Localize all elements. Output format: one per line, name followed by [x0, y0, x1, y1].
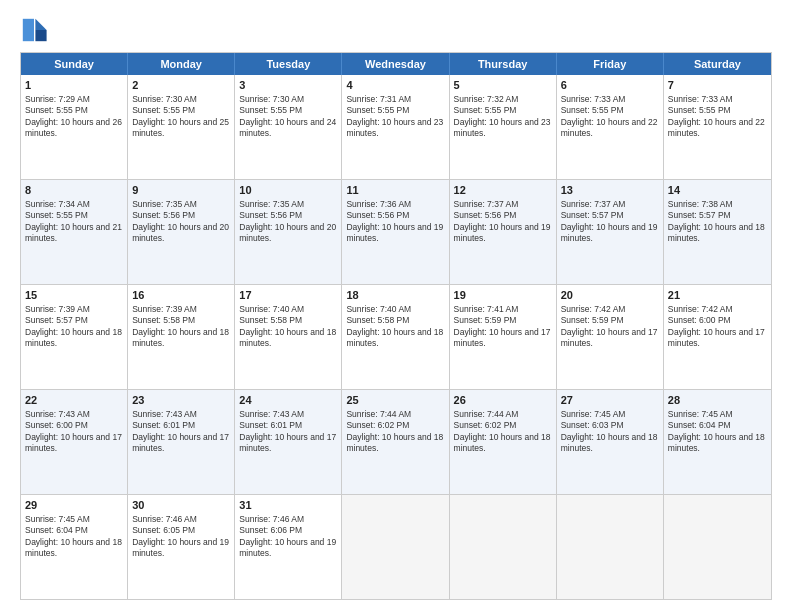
calendar-cell: 18Sunrise: 7:40 AM Sunset: 5:58 PM Dayli…: [342, 285, 449, 389]
calendar-week-3: 15Sunrise: 7:39 AM Sunset: 5:57 PM Dayli…: [21, 285, 771, 390]
calendar-week-2: 8Sunrise: 7:34 AM Sunset: 5:55 PM Daylig…: [21, 180, 771, 285]
svg-rect-2: [23, 19, 34, 41]
day-info: Sunrise: 7:46 AM Sunset: 6:06 PM Dayligh…: [239, 514, 337, 560]
calendar-cell: 4Sunrise: 7:31 AM Sunset: 5:55 PM Daylig…: [342, 75, 449, 179]
day-number: 11: [346, 183, 444, 198]
calendar-cell: 6Sunrise: 7:33 AM Sunset: 5:55 PM Daylig…: [557, 75, 664, 179]
day-info: Sunrise: 7:45 AM Sunset: 6:04 PM Dayligh…: [25, 514, 123, 560]
day-info: Sunrise: 7:29 AM Sunset: 5:55 PM Dayligh…: [25, 94, 123, 140]
calendar-cell: [664, 495, 771, 599]
calendar-cell: 23Sunrise: 7:43 AM Sunset: 6:01 PM Dayli…: [128, 390, 235, 494]
day-number: 28: [668, 393, 767, 408]
calendar-cell: 15Sunrise: 7:39 AM Sunset: 5:57 PM Dayli…: [21, 285, 128, 389]
calendar-cell: 1Sunrise: 7:29 AM Sunset: 5:55 PM Daylig…: [21, 75, 128, 179]
svg-marker-0: [35, 19, 46, 30]
logo-icon: [20, 16, 48, 44]
calendar-cell: 21Sunrise: 7:42 AM Sunset: 6:00 PM Dayli…: [664, 285, 771, 389]
day-number: 14: [668, 183, 767, 198]
day-number: 3: [239, 78, 337, 93]
day-number: 15: [25, 288, 123, 303]
day-info: Sunrise: 7:43 AM Sunset: 6:01 PM Dayligh…: [132, 409, 230, 455]
day-number: 6: [561, 78, 659, 93]
day-info: Sunrise: 7:44 AM Sunset: 6:02 PM Dayligh…: [346, 409, 444, 455]
svg-marker-1: [35, 30, 46, 41]
calendar-cell: 13Sunrise: 7:37 AM Sunset: 5:57 PM Dayli…: [557, 180, 664, 284]
calendar-cell: 30Sunrise: 7:46 AM Sunset: 6:05 PM Dayli…: [128, 495, 235, 599]
day-info: Sunrise: 7:41 AM Sunset: 5:59 PM Dayligh…: [454, 304, 552, 350]
calendar-cell: 8Sunrise: 7:34 AM Sunset: 5:55 PM Daylig…: [21, 180, 128, 284]
calendar-header: SundayMondayTuesdayWednesdayThursdayFrid…: [21, 53, 771, 75]
day-info: Sunrise: 7:43 AM Sunset: 6:01 PM Dayligh…: [239, 409, 337, 455]
calendar: SundayMondayTuesdayWednesdayThursdayFrid…: [20, 52, 772, 600]
calendar-cell: 24Sunrise: 7:43 AM Sunset: 6:01 PM Dayli…: [235, 390, 342, 494]
day-number: 8: [25, 183, 123, 198]
logo: [20, 16, 51, 44]
calendar-cell: 22Sunrise: 7:43 AM Sunset: 6:00 PM Dayli…: [21, 390, 128, 494]
calendar-cell: 2Sunrise: 7:30 AM Sunset: 5:55 PM Daylig…: [128, 75, 235, 179]
day-number: 7: [668, 78, 767, 93]
day-info: Sunrise: 7:37 AM Sunset: 5:56 PM Dayligh…: [454, 199, 552, 245]
day-info: Sunrise: 7:33 AM Sunset: 5:55 PM Dayligh…: [668, 94, 767, 140]
day-info: Sunrise: 7:45 AM Sunset: 6:04 PM Dayligh…: [668, 409, 767, 455]
calendar-body: 1Sunrise: 7:29 AM Sunset: 5:55 PM Daylig…: [21, 75, 771, 599]
day-number: 19: [454, 288, 552, 303]
calendar-cell: 29Sunrise: 7:45 AM Sunset: 6:04 PM Dayli…: [21, 495, 128, 599]
day-number: 9: [132, 183, 230, 198]
calendar-cell: 16Sunrise: 7:39 AM Sunset: 5:58 PM Dayli…: [128, 285, 235, 389]
day-info: Sunrise: 7:36 AM Sunset: 5:56 PM Dayligh…: [346, 199, 444, 245]
day-info: Sunrise: 7:34 AM Sunset: 5:55 PM Dayligh…: [25, 199, 123, 245]
day-info: Sunrise: 7:30 AM Sunset: 5:55 PM Dayligh…: [239, 94, 337, 140]
header-day-saturday: Saturday: [664, 53, 771, 75]
day-info: Sunrise: 7:33 AM Sunset: 5:55 PM Dayligh…: [561, 94, 659, 140]
header-day-friday: Friday: [557, 53, 664, 75]
calendar-cell: 31Sunrise: 7:46 AM Sunset: 6:06 PM Dayli…: [235, 495, 342, 599]
day-number: 29: [25, 498, 123, 513]
calendar-cell: 26Sunrise: 7:44 AM Sunset: 6:02 PM Dayli…: [450, 390, 557, 494]
day-number: 20: [561, 288, 659, 303]
day-number: 23: [132, 393, 230, 408]
calendar-cell: 14Sunrise: 7:38 AM Sunset: 5:57 PM Dayli…: [664, 180, 771, 284]
day-number: 5: [454, 78, 552, 93]
day-info: Sunrise: 7:42 AM Sunset: 5:59 PM Dayligh…: [561, 304, 659, 350]
calendar-week-4: 22Sunrise: 7:43 AM Sunset: 6:00 PM Dayli…: [21, 390, 771, 495]
day-number: 13: [561, 183, 659, 198]
day-info: Sunrise: 7:32 AM Sunset: 5:55 PM Dayligh…: [454, 94, 552, 140]
day-info: Sunrise: 7:45 AM Sunset: 6:03 PM Dayligh…: [561, 409, 659, 455]
day-info: Sunrise: 7:39 AM Sunset: 5:57 PM Dayligh…: [25, 304, 123, 350]
calendar-week-5: 29Sunrise: 7:45 AM Sunset: 6:04 PM Dayli…: [21, 495, 771, 599]
header-day-wednesday: Wednesday: [342, 53, 449, 75]
calendar-cell: 12Sunrise: 7:37 AM Sunset: 5:56 PM Dayli…: [450, 180, 557, 284]
day-info: Sunrise: 7:40 AM Sunset: 5:58 PM Dayligh…: [346, 304, 444, 350]
header: [20, 16, 772, 44]
day-number: 27: [561, 393, 659, 408]
day-number: 4: [346, 78, 444, 93]
day-info: Sunrise: 7:40 AM Sunset: 5:58 PM Dayligh…: [239, 304, 337, 350]
header-day-tuesday: Tuesday: [235, 53, 342, 75]
day-number: 2: [132, 78, 230, 93]
day-number: 16: [132, 288, 230, 303]
day-number: 12: [454, 183, 552, 198]
calendar-week-1: 1Sunrise: 7:29 AM Sunset: 5:55 PM Daylig…: [21, 75, 771, 180]
day-number: 26: [454, 393, 552, 408]
calendar-cell: [557, 495, 664, 599]
day-number: 18: [346, 288, 444, 303]
day-info: Sunrise: 7:44 AM Sunset: 6:02 PM Dayligh…: [454, 409, 552, 455]
calendar-cell: 27Sunrise: 7:45 AM Sunset: 6:03 PM Dayli…: [557, 390, 664, 494]
header-day-monday: Monday: [128, 53, 235, 75]
day-info: Sunrise: 7:35 AM Sunset: 5:56 PM Dayligh…: [132, 199, 230, 245]
day-number: 17: [239, 288, 337, 303]
calendar-cell: 9Sunrise: 7:35 AM Sunset: 5:56 PM Daylig…: [128, 180, 235, 284]
day-info: Sunrise: 7:42 AM Sunset: 6:00 PM Dayligh…: [668, 304, 767, 350]
day-info: Sunrise: 7:46 AM Sunset: 6:05 PM Dayligh…: [132, 514, 230, 560]
calendar-cell: 19Sunrise: 7:41 AM Sunset: 5:59 PM Dayli…: [450, 285, 557, 389]
calendar-cell: 20Sunrise: 7:42 AM Sunset: 5:59 PM Dayli…: [557, 285, 664, 389]
day-info: Sunrise: 7:30 AM Sunset: 5:55 PM Dayligh…: [132, 94, 230, 140]
header-day-thursday: Thursday: [450, 53, 557, 75]
day-info: Sunrise: 7:43 AM Sunset: 6:00 PM Dayligh…: [25, 409, 123, 455]
calendar-cell: 7Sunrise: 7:33 AM Sunset: 5:55 PM Daylig…: [664, 75, 771, 179]
day-number: 10: [239, 183, 337, 198]
day-info: Sunrise: 7:31 AM Sunset: 5:55 PM Dayligh…: [346, 94, 444, 140]
calendar-cell: 28Sunrise: 7:45 AM Sunset: 6:04 PM Dayli…: [664, 390, 771, 494]
calendar-cell: [450, 495, 557, 599]
page: SundayMondayTuesdayWednesdayThursdayFrid…: [0, 0, 792, 612]
